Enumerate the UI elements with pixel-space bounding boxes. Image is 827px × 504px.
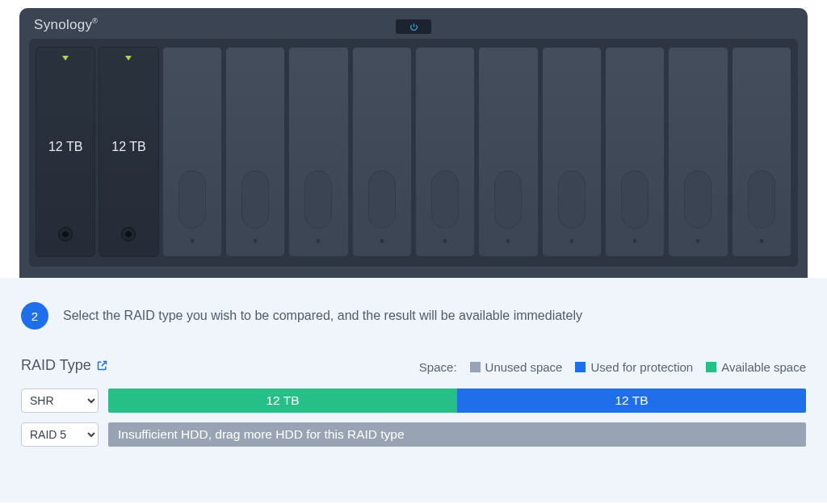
bay-handle-icon (368, 170, 396, 229)
drive-bay-empty[interactable] (162, 47, 222, 257)
step-instruction: 2 Select the RAID type you wish to be co… (21, 302, 806, 330)
bay-handle-icon (431, 170, 459, 229)
drive-led-icon (62, 56, 69, 61)
drive-bay-empty[interactable] (415, 47, 475, 257)
drive-bay-empty[interactable] (732, 47, 791, 257)
step-text: Select the RAID type you wish to be comp… (63, 309, 582, 323)
brand-label: Synology® (34, 17, 98, 33)
raid-row: SHRSHR-2RAID 0RAID 1RAID 5RAID 6RAID 10J… (21, 422, 806, 447)
drive-bay-empty[interactable] (225, 47, 285, 257)
drive-bay-populated[interactable]: 12 TB (36, 47, 95, 257)
external-link-icon (96, 359, 108, 372)
drive-jack-icon (58, 227, 73, 242)
bay-screw-icon (188, 237, 195, 245)
legend-protection-swatch (575, 362, 586, 372)
drive-capacity: 12 TB (99, 140, 157, 154)
drive-capacity: 12 TB (36, 140, 94, 154)
bay-handle-icon (304, 170, 332, 229)
space-bar: Insufficient HDD, drag more HDD for this… (108, 422, 806, 447)
nas-chassis: Synology® 12 TB12 TB (19, 8, 808, 278)
drive-bay-empty[interactable] (542, 47, 602, 257)
bay-screw-icon (568, 237, 575, 245)
bay-screw-icon (632, 237, 639, 245)
drive-bay-empty[interactable] (352, 47, 412, 257)
nas-visualization: Synology® 12 TB12 TB (0, 0, 827, 278)
bay-handle-icon (241, 170, 269, 229)
raid-config-panel: 2 Select the RAID type you wish to be co… (0, 278, 827, 502)
legend-protection: Used for protection (575, 360, 693, 374)
space-segment-protection: 12 TB (457, 388, 806, 413)
legend-unused-swatch (470, 362, 481, 372)
raid-rows: SHRSHR-2RAID 0RAID 1RAID 5RAID 6RAID 10J… (21, 388, 806, 447)
raid-type-select[interactable]: SHRSHR-2RAID 0RAID 1RAID 5RAID 6RAID 10J… (21, 422, 99, 447)
bay-screw-icon (315, 237, 322, 245)
legend-available-swatch (706, 362, 716, 372)
power-button[interactable] (396, 19, 431, 34)
drive-bay-empty[interactable] (288, 47, 348, 257)
legend-unused: Unused space (470, 360, 563, 374)
drive-bay-row: 12 TB12 TB (29, 39, 798, 267)
bay-handle-icon (621, 170, 649, 229)
raid-type-select[interactable]: SHRSHR-2RAID 0RAID 1RAID 5RAID 6RAID 10J… (21, 388, 99, 413)
bay-handle-icon (558, 170, 586, 229)
space-bar: 12 TB12 TB (108, 388, 806, 413)
raid-type-help-link[interactable] (96, 359, 108, 372)
bay-screw-icon (758, 237, 765, 245)
bay-handle-icon (684, 170, 712, 229)
legend-title: Space: (419, 360, 457, 374)
drive-bay-empty[interactable] (478, 47, 538, 257)
bay-screw-icon (442, 237, 449, 245)
bay-handle-icon (494, 170, 522, 229)
bay-screw-icon (505, 237, 512, 245)
drive-bay-populated[interactable]: 12 TB (99, 47, 158, 257)
space-legend: Space: Unused space Used for protection … (419, 360, 806, 374)
drive-bay-empty[interactable] (668, 47, 728, 257)
drive-bay-empty[interactable] (605, 47, 665, 257)
drive-jack-icon (121, 227, 136, 242)
space-segment-message: Insufficient HDD, drag more HDD for this… (108, 422, 806, 447)
bay-handle-icon (748, 170, 775, 229)
drive-led-icon (125, 56, 132, 61)
space-segment-available: 12 TB (108, 388, 457, 413)
bay-handle-icon (178, 170, 206, 229)
raid-type-heading: RAID Type (21, 357, 108, 374)
raid-row: SHRSHR-2RAID 0RAID 1RAID 5RAID 6RAID 10J… (21, 388, 806, 413)
step-number-badge: 2 (21, 302, 48, 330)
legend-available: Available space (706, 360, 806, 374)
bay-screw-icon (252, 237, 259, 245)
bay-screw-icon (378, 237, 385, 245)
bay-screw-icon (695, 237, 702, 245)
